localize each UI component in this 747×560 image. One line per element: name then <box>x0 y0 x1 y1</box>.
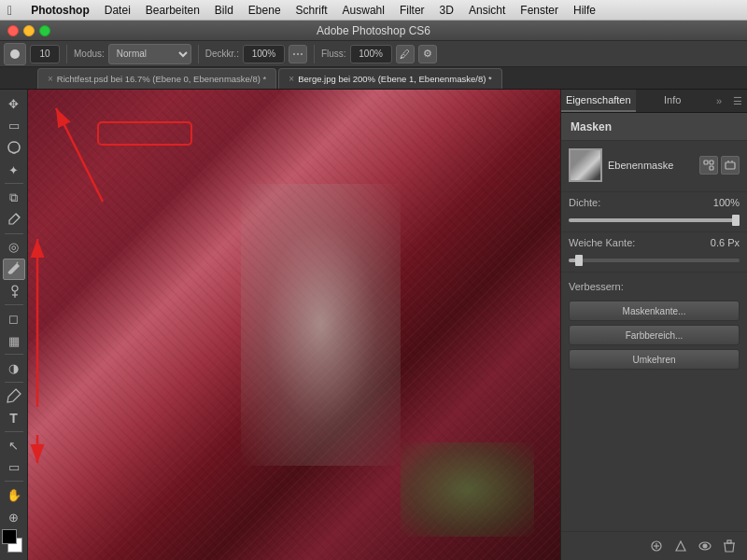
toolbar-sep-1 <box>5 183 23 184</box>
main-area: ✥ ▭ ✦ ⧉ ◎ ◻ ▦ ◑ <box>0 90 747 560</box>
dichte-fill <box>569 218 740 222</box>
dodge-tool[interactable]: ◑ <box>3 357 25 379</box>
toolbar-sep-6 <box>5 431 23 432</box>
pen-tool[interactable] <box>3 385 25 407</box>
move-tool[interactable]: ✥ <box>3 93 25 115</box>
verbessern-label-row: Verbessern: <box>561 274 747 299</box>
dichte-slider[interactable] <box>569 214 740 227</box>
mask-action-btns <box>699 156 740 175</box>
svg-line-0 <box>16 214 20 217</box>
right-panel: Eigenschaften Info » ☰ Masken Ebenenmask… <box>560 90 747 560</box>
dichte-value: 100% <box>702 197 740 208</box>
svg-rect-10 <box>710 166 713 170</box>
mask-apply-btn[interactable] <box>721 156 740 175</box>
eyedropper-tool[interactable] <box>3 209 25 231</box>
spot-heal-tool[interactable]: ◎ <box>3 236 25 258</box>
eraser-tool[interactable]: ◻ <box>3 308 25 329</box>
weiche-kante-label: Weiche Kante: <box>569 237 643 248</box>
weiche-kante-slider[interactable] <box>569 254 740 267</box>
tab-berge[interactable]: × Berge.jpg bei 200% (Ebene 1, Ebenenmas… <box>278 68 501 89</box>
crop-tool[interactable]: ⧉ <box>3 187 25 208</box>
canvas-area[interactable] <box>28 90 560 560</box>
color-swatches[interactable] <box>2 529 26 552</box>
weiche-kante-thumb[interactable] <box>575 255 583 266</box>
gradient-tool[interactable]: ▦ <box>3 330 25 352</box>
tabs-bar: × Richtfest.psd bei 16.7% (Ebene 0, Eben… <box>0 67 747 90</box>
tab-eigenschaften[interactable]: Eigenschaften <box>561 90 636 112</box>
toolbar-sep-5 <box>5 382 23 383</box>
menu-3d[interactable]: 3D <box>440 4 454 17</box>
minimize-button[interactable] <box>23 25 35 36</box>
maximize-button[interactable] <box>39 25 50 36</box>
verbessern-section: Verbessern: Maskenkante... Farbbereich..… <box>561 274 747 371</box>
panel-menu-btn[interactable]: ☰ <box>728 90 747 112</box>
menu-ansicht[interactable]: Ansicht <box>469 4 505 17</box>
farbbereich-button[interactable]: Farbbereich... <box>569 325 740 345</box>
menu-hilfe[interactable]: Hilfe <box>573 4 596 17</box>
options-bar: Modus: Normal Auflösen Abdunkeln Multipl… <box>0 41 747 67</box>
menu-auswahl[interactable]: Auswahl <box>343 4 385 17</box>
mask-link-btn[interactable] <box>699 156 718 175</box>
airbrush-icon[interactable]: ⋯ <box>289 45 307 63</box>
dichte-track <box>569 218 740 222</box>
brush-size-input[interactable] <box>30 45 60 63</box>
maskenkante-button[interactable]: Maskenkante... <box>569 301 740 321</box>
zoom-tool[interactable]: ⊕ <box>3 507 25 528</box>
lasso-tool[interactable] <box>3 137 25 159</box>
dichte-label: Dichte: <box>569 197 643 208</box>
menu-bild[interactable]: Bild <box>215 4 233 17</box>
tab-label-1: Richtfest.psd bei 16.7% (Ebene 0, Ebenen… <box>57 74 266 84</box>
close-button[interactable] <box>7 25 19 36</box>
menu-ebene[interactable]: Ebene <box>248 4 281 17</box>
tab-info[interactable]: Info <box>636 90 711 112</box>
marquee-tool[interactable]: ▭ <box>3 116 25 137</box>
brush-preview[interactable] <box>4 43 26 65</box>
layer-mask-thumbnail <box>569 148 602 182</box>
magic-wand-tool[interactable]: ✦ <box>3 160 25 181</box>
panel-expand-btn[interactable]: » <box>710 90 728 112</box>
add-vector-mask-icon[interactable] <box>670 536 691 556</box>
hand-tool[interactable]: ✋ <box>3 484 25 506</box>
tab-close-1[interactable]: × <box>48 74 53 84</box>
foreground-color-swatch[interactable] <box>2 529 17 544</box>
tab-close-2[interactable]: × <box>289 74 294 84</box>
verbessern-label: Verbessern: <box>569 277 624 296</box>
traffic-lights <box>7 25 50 36</box>
panel-bottom <box>561 531 747 560</box>
pen-pressure-icon[interactable]: 🖊 <box>396 45 415 63</box>
visibility-icon[interactable] <box>695 536 715 556</box>
farbbereich-btn-row: Farbbereich... <box>561 323 747 347</box>
maskenkante-btn-row: Maskenkante... <box>561 299 747 323</box>
panel-header: Masken <box>561 113 747 141</box>
umkehren-button[interactable]: Umkehren <box>569 349 740 370</box>
menu-schrift[interactable]: Schrift <box>296 4 328 17</box>
clone-tool[interactable] <box>3 281 25 302</box>
divider-panel-2 <box>561 231 747 232</box>
text-tool[interactable]: T <box>3 408 25 429</box>
mode-label: Modus: <box>74 49 105 59</box>
path-select-tool[interactable]: ↖ <box>3 435 25 456</box>
svg-rect-9 <box>710 161 713 164</box>
apple-menu[interactable]:  <box>7 3 12 18</box>
dichte-thumb[interactable] <box>732 215 740 226</box>
menu-fenster[interactable]: Fenster <box>520 4 558 17</box>
tab-label-2: Berge.jpg bei 200% (Ebene 1, Ebenenmaske… <box>298 74 492 84</box>
toolbar-sep-3 <box>5 304 23 305</box>
left-toolbar: ✥ ▭ ✦ ⧉ ◎ ◻ ▦ ◑ <box>0 90 28 560</box>
shape-tool[interactable]: ▭ <box>3 457 25 479</box>
tab-richtfest[interactable]: × Richtfest.psd bei 16.7% (Ebene 0, Eben… <box>37 68 276 89</box>
brush-tool[interactable] <box>3 259 25 280</box>
deck-label: Deckkr.: <box>205 49 239 59</box>
flow-input[interactable] <box>350 45 392 63</box>
menu-filter[interactable]: Filter <box>400 4 425 17</box>
menu-bearbeiten[interactable]: Bearbeiten <box>146 4 200 17</box>
mode-select[interactable]: Normal Auflösen Abdunkeln Multiplizieren <box>108 44 191 64</box>
menu-datei[interactable]: Datei <box>105 4 131 17</box>
fluss-label: Fluss: <box>321 49 346 59</box>
delete-mask-icon[interactable] <box>719 536 740 556</box>
opacity-input[interactable] <box>243 45 285 63</box>
mac-menubar:  Photoshop Datei Bearbeiten Bild Ebene … <box>0 0 747 21</box>
add-pixel-mask-icon[interactable] <box>646 536 667 556</box>
toolbar-sep-2 <box>5 233 23 234</box>
settings-icon[interactable]: ⚙ <box>418 45 437 63</box>
